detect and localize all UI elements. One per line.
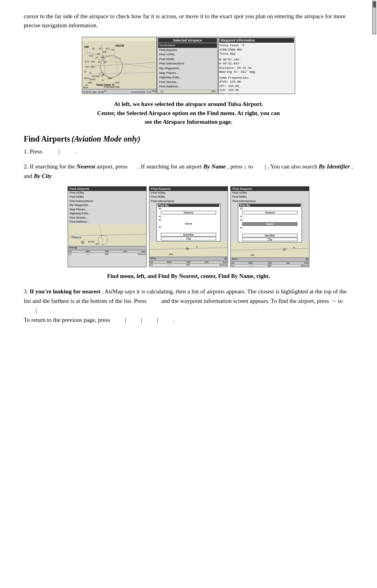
svg-text:⊠ GNA: ⊠ GNA	[88, 240, 95, 242]
waypoint-line-12: CLD: 134.05	[219, 88, 288, 93]
svg-text:29: 29	[92, 47, 95, 50]
step3-sep3: |	[141, 317, 142, 323]
svg-text:151: 151	[91, 66, 95, 68]
svg-text:HGCM: HGCM	[115, 44, 124, 47]
svg-text:29: 29	[99, 47, 102, 50]
menu-item-find-address: Find Address...	[158, 84, 217, 89]
step1-paragraph: 1. Press | .	[24, 147, 353, 156]
waypoint-line-1: 4700/2300 MSL	[219, 48, 288, 52]
svg-text:KRVS: KRVS	[74, 236, 81, 238]
menu-item-find-airports: Find Airports	[158, 48, 217, 53]
menu-item-destination: Destination	[158, 43, 217, 48]
menu-item-highway-exits: Highway Exits...	[158, 75, 217, 80]
ss-status-right: 40nm⑯	[231, 257, 309, 261]
svg-text:1K5: 1K5	[91, 61, 95, 63]
intro-paragraph: cursor to the far side of the airspace t…	[24, 12, 353, 30]
menu-item-my-waypoints: My Waypoints...	[158, 66, 217, 71]
bottom-caption: Find menu, left, and Find By Nearest, ce…	[24, 273, 353, 280]
step3-text5: .	[173, 317, 175, 323]
svg-text:H68: H68	[107, 77, 112, 79]
menu-item-find-ndbs: Find NDBs	[158, 57, 217, 62]
waypoint-title: Waypoint Information	[219, 38, 294, 43]
ss-title-left: Find Airports	[68, 187, 146, 191]
svg-text:2K9: 2K9	[169, 253, 173, 255]
bottom-screenshot-row: Find Airports Find VORs Find NDBs Find I…	[24, 186, 353, 268]
waypoint-line-10: ATIS: 124.90	[219, 80, 288, 84]
find-airports-heading: Find Airports	[24, 134, 70, 143]
caption-line3: see the Airspace Information page.	[24, 117, 353, 127]
waypoint-line-5: W 95°42.833'	[219, 62, 288, 66]
svg-text:♦: ♦	[196, 246, 198, 248]
menu-item-find-intersections: Find Intersections	[158, 61, 217, 66]
step2-text1: 2. If searching for the	[24, 163, 75, 170]
step3-text2: and the waypoint information screen appe…	[161, 298, 343, 304]
step1-separator: |	[58, 148, 60, 155]
svg-text:H1: H1	[111, 49, 115, 51]
waypoint-line-0: Tulsa Class 'C'	[219, 43, 288, 48]
step2-nearest: Nearest	[76, 163, 95, 170]
svg-text:K11: K11	[89, 55, 94, 57]
step2-text4: , press ↓ to	[227, 163, 263, 170]
svg-text:31: 31	[89, 72, 92, 74]
ss-status-left: 40nm⑯	[68, 246, 146, 250]
svg-text:2K9: 2K9	[88, 81, 92, 84]
svg-text:K4: K4	[161, 91, 164, 93]
find-airports-section: Find Airports (Aviation Mode only)	[24, 134, 353, 144]
waypoint-content: Tulsa Class 'C' 4700/2300 MSL Tulsa App …	[219, 43, 294, 94]
step3-sep2: |	[125, 317, 126, 323]
ss-status-center: 40nm⑯	[149, 257, 228, 261]
svg-text:16: 16	[98, 61, 101, 63]
waypoint-line-7: Bearing To: 311° mag	[219, 70, 288, 74]
svg-text:69: 69	[104, 61, 106, 63]
svg-text:UW: UW	[84, 45, 89, 48]
top-screenshot-row: UW HGCM 29 29 66 108 K11 H1 K11 12 0K6 K…	[24, 37, 353, 94]
svg-text:2K9: 2K9	[251, 254, 254, 256]
step2-text2: airport, press . If searching for an air…	[97, 163, 204, 170]
find-by-overlay-center: Find By M Nearest H FI Name FI - Identif…	[156, 203, 221, 242]
step3-text3: .	[50, 307, 52, 314]
svg-text:Ft: Ft	[102, 79, 104, 81]
menu-item-find-vors: Find VORs	[158, 52, 217, 57]
waypoint-line-2: Tulsa App	[219, 52, 288, 56]
menu-item-find-streets: Find Streets...	[158, 80, 217, 85]
step2-separator: |	[265, 163, 266, 170]
ss-map-center: 2K9 51 ♦	[149, 242, 228, 257]
svg-text:4700/2300 MSL: 4700/2300 MSL	[104, 86, 121, 88]
ss-title-right: Find Airports	[231, 187, 309, 191]
waypoint-line-13: GND: 121.90	[219, 93, 288, 95]
waypoint-line-9: Comm Frequencies:	[219, 76, 288, 80]
svg-text:H6=4: H6=4	[84, 77, 89, 79]
step2-by-identifier: By Identifier	[319, 163, 350, 170]
find-menu-center: Find Airports Find VORs Find NDBs Find I…	[149, 186, 228, 268]
menu-screenshot: Selected Airspace Destination Find Airpo…	[157, 37, 218, 94]
svg-text:31: 31	[84, 70, 87, 73]
waypoint-line-11: CPT: 134.05	[219, 84, 288, 89]
find-menu-left: Find Airports Find VORs Find NDBs Find I…	[68, 186, 147, 268]
svg-text:TU: TU	[85, 66, 89, 68]
find-airports-subtitle: (Aviation Mode only)	[72, 134, 140, 143]
step2-text5: . You can also search	[268, 163, 319, 170]
step2-by-city: By City	[34, 173, 51, 179]
svg-text:108: 108	[102, 51, 107, 53]
menu-title: Selected Airspace	[158, 38, 217, 43]
svg-text:25+40: 25+40	[89, 78, 95, 81]
caption-line1: At left, we have selected the airspace a…	[24, 100, 353, 109]
airspace-caption: At left, we have selected the airspace a…	[24, 100, 353, 127]
coord-bar: N 36°07.165' 25.32nm W 95°42.833' 311°ma…	[82, 89, 156, 94]
svg-text:♦: ♦	[293, 247, 294, 249]
step2-paragraph: 2. If searching for the Nearest airport,…	[24, 162, 353, 181]
svg-text:2K9: 2K9	[95, 243, 99, 245]
step1-text-before: 1. Press	[24, 148, 42, 155]
step3-paragraph: 3. If you're looking for nearest , AirMa…	[24, 287, 353, 325]
step1-text-after: .	[76, 148, 77, 155]
menu-item-map-places: Map Places...	[158, 71, 217, 76]
step3-sep4: |	[157, 317, 158, 323]
svg-text:25+103: 25+103	[92, 75, 99, 78]
step3-sep1: |	[36, 307, 37, 314]
step3-text4: To return to the previous page, press	[24, 317, 110, 323]
svg-text:2K9: 2K9	[115, 81, 119, 84]
waypoint-line-4: N 36°07.165'	[219, 58, 288, 62]
svg-text:51: 51	[82, 241, 84, 243]
waypoint-screenshot: Waypoint Information Tulsa Class 'C' 470…	[218, 37, 295, 94]
step3-bold: If you're looking for nearest	[30, 288, 100, 295]
